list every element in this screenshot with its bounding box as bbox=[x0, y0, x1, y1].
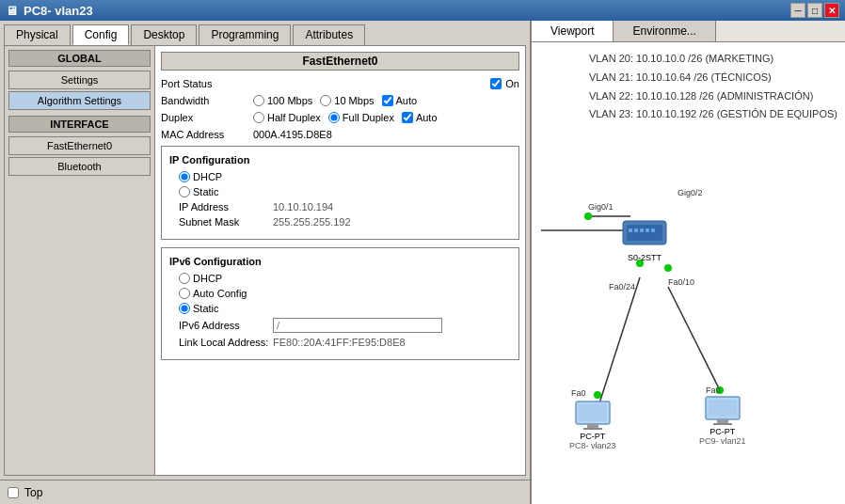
gig02-label: Gig0/2 bbox=[678, 188, 703, 197]
environment-tab[interactable]: Environme... bbox=[614, 21, 715, 41]
duplex-auto-checkbox[interactable] bbox=[402, 112, 413, 123]
pc8-sublabel: PC8- vlan23 bbox=[569, 441, 616, 450]
minimize-button[interactable]: ─ bbox=[790, 3, 805, 18]
bandwidth-label: Bandwidth bbox=[161, 95, 246, 106]
algorithm-settings-button[interactable]: Algorithm Settings bbox=[8, 91, 151, 110]
svg-rect-17 bbox=[579, 404, 607, 421]
ip-address-row: IP Address 10.10.10.194 bbox=[169, 201, 511, 213]
ipv6-auto-label: Auto Config bbox=[193, 288, 247, 299]
full-duplex-radio[interactable] bbox=[328, 112, 340, 123]
pc9-port-label: Fa0 bbox=[706, 386, 721, 395]
dhcp-radio[interactable] bbox=[179, 171, 190, 182]
global-section-label: GLOBAL bbox=[8, 50, 151, 67]
status-bar: Top bbox=[0, 480, 530, 504]
ipv6-dhcp-radio[interactable] bbox=[179, 273, 190, 284]
mac-label: MAC Address bbox=[161, 129, 246, 140]
half-duplex-radio[interactable] bbox=[253, 112, 264, 123]
fastethernet-button[interactable]: FastEthernet0 bbox=[8, 136, 151, 155]
port-status-checkbox[interactable] bbox=[490, 78, 502, 89]
port-status-label: Port Status bbox=[161, 78, 246, 89]
ip-address-value: 10.10.10.194 bbox=[273, 201, 333, 213]
maximize-button[interactable]: □ bbox=[807, 3, 822, 18]
bandwidth-row: Bandwidth 100 Mbps 10 Mbps Auto bbox=[161, 95, 519, 106]
switch-node[interactable]: S0-2STT bbox=[621, 216, 668, 262]
ipv6-address-input[interactable] bbox=[273, 318, 442, 333]
link-local-row: Link Local Address: FE80::20A:41FF:FE95:… bbox=[169, 337, 511, 348]
top-label: Top bbox=[24, 486, 42, 499]
svg-rect-23 bbox=[713, 423, 732, 425]
bandwidth-10-label: 10 Mbps bbox=[334, 95, 374, 106]
pc9-sublabel: PC9- vlan21 bbox=[699, 436, 746, 446]
close-button[interactable]: ✕ bbox=[824, 3, 839, 18]
svg-line-2 bbox=[598, 277, 640, 409]
port-status-value: On bbox=[505, 78, 519, 89]
ipv6-auto-radio[interactable] bbox=[179, 288, 190, 299]
vlan23-text: VLAN 23: 10.10.10.192 /26 (GESTIÓN DE EQ… bbox=[589, 105, 837, 124]
settings-button[interactable]: Settings bbox=[8, 71, 151, 89]
svg-rect-13 bbox=[640, 228, 644, 232]
network-diagram: VLAN 20: 10.10.10.0 /26 (MARKETING) VLAN… bbox=[532, 42, 845, 504]
ipv6-address-row: IPv6 Address bbox=[169, 318, 511, 333]
duplex-auto-label: Auto bbox=[416, 112, 438, 123]
tab-attributes[interactable]: Attributes bbox=[293, 24, 365, 45]
duplex-row: Duplex Half Duplex Full Duplex Auto bbox=[161, 112, 519, 123]
pc9-node[interactable]: PC-PT PC9- vlan21 bbox=[699, 395, 746, 446]
link-local-label: Link Local Address: bbox=[179, 337, 273, 348]
svg-point-7 bbox=[664, 264, 672, 272]
vlan20-text: VLAN 20: 10.10.10.0 /26 (MARKETING) bbox=[589, 50, 837, 69]
ipv6-dhcp-row: DHCP bbox=[169, 273, 511, 284]
svg-rect-11 bbox=[629, 228, 632, 232]
bandwidth-100-label: 100 Mbps bbox=[267, 95, 312, 106]
subnet-row: Subnet Mask 255.255.255.192 bbox=[169, 216, 511, 228]
subnet-value: 255.255.255.192 bbox=[273, 216, 351, 228]
half-duplex-label: Half Duplex bbox=[267, 112, 321, 123]
window-title: PC8- vlan23 bbox=[24, 4, 93, 18]
viewport-content: VLAN 20: 10.10.10.0 /26 (MARKETING) VLAN… bbox=[532, 42, 845, 504]
config-panel: FastEthernet0 Port Status On Bandwidth bbox=[155, 46, 525, 475]
ipv6-dhcp-label: DHCP bbox=[193, 273, 222, 284]
ipv6-config-section: IPv6 Configuration DHCP Auto Config bbox=[161, 247, 519, 360]
fa024-label: Fa0/24 bbox=[609, 282, 635, 291]
static-radio[interactable] bbox=[179, 186, 190, 197]
viewport-tab[interactable]: Viewport bbox=[532, 21, 614, 41]
ipv6-address-label: IPv6 Address bbox=[179, 320, 273, 331]
duplex-label: Duplex bbox=[161, 112, 246, 123]
svg-rect-22 bbox=[717, 419, 728, 423]
interface-section-label: INTERFACE bbox=[8, 116, 151, 133]
pc8-node[interactable]: PC-PT PC8- vlan23 bbox=[569, 400, 616, 450]
svg-rect-18 bbox=[587, 424, 598, 428]
mac-row: MAC Address 000A.4195.D8E8 bbox=[161, 129, 519, 140]
svg-point-4 bbox=[594, 391, 601, 399]
bandwidth-100-radio[interactable] bbox=[253, 95, 264, 106]
tab-programming[interactable]: Programming bbox=[199, 24, 291, 45]
svg-line-3 bbox=[668, 287, 720, 390]
pc8-label: PC-PT bbox=[580, 432, 605, 441]
gig01-label: Gig0/1 bbox=[588, 202, 614, 212]
device-window: Physical Config Desktop Programming Attr… bbox=[0, 21, 532, 504]
ip-config-title: IP Configuration bbox=[169, 154, 511, 165]
pc8-port-label: Fa0 bbox=[571, 388, 586, 398]
ipv6-static-radio[interactable] bbox=[179, 303, 190, 314]
dhcp-label: DHCP bbox=[193, 171, 222, 182]
static-row: Static bbox=[169, 186, 511, 197]
bandwidth-auto-checkbox[interactable] bbox=[382, 95, 393, 106]
vlan21-text: VLAN 21: 10.10.10.64 /26 (TÉCNICOS) bbox=[589, 69, 837, 87]
static-label: Static bbox=[193, 186, 219, 197]
tab-physical[interactable]: Physical bbox=[4, 24, 71, 45]
bandwidth-10-radio[interactable] bbox=[320, 95, 331, 106]
ipv6-auto-row: Auto Config bbox=[169, 288, 511, 299]
switch-label: S0-2STT bbox=[628, 253, 662, 262]
vlan22-text: VLAN 22: 10.10.10.128 /26 (ADMINISTRACIÓ… bbox=[589, 87, 837, 106]
tab-config[interactable]: Config bbox=[72, 24, 130, 45]
ip-address-label: IP Address bbox=[179, 201, 273, 213]
full-duplex-label: Full Duplex bbox=[343, 112, 394, 123]
duplex-options: Half Duplex Full Duplex Auto bbox=[253, 112, 438, 123]
svg-rect-10 bbox=[627, 225, 662, 241]
tab-desktop[interactable]: Desktop bbox=[131, 24, 197, 45]
top-checkbox[interactable] bbox=[8, 487, 19, 498]
svg-rect-14 bbox=[646, 228, 649, 232]
vlan-info: VLAN 20: 10.10.10.0 /26 (MARKETING) VLAN… bbox=[589, 50, 837, 124]
bandwidth-options: 100 Mbps 10 Mbps Auto bbox=[253, 95, 417, 106]
bluetooth-button[interactable]: Bluetooth bbox=[8, 157, 151, 176]
svg-rect-21 bbox=[709, 400, 737, 417]
